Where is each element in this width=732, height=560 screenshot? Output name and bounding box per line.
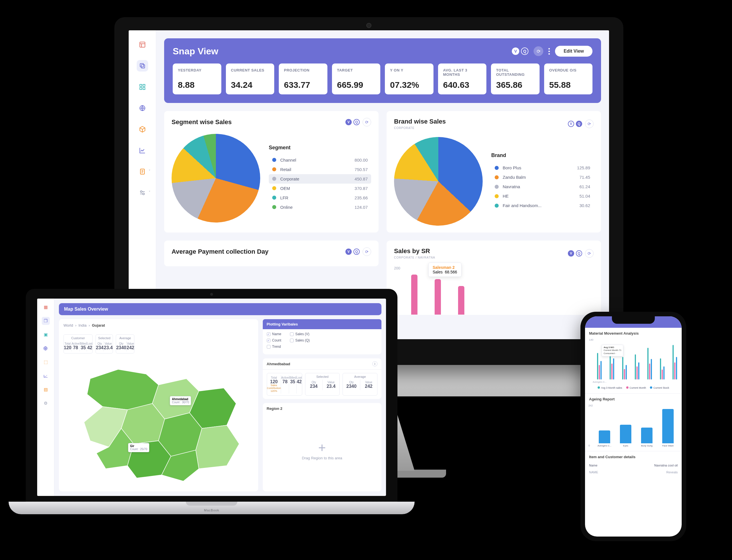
svg-rect-5 bbox=[140, 88, 142, 90]
refresh-icon[interactable]: ⟳ bbox=[363, 247, 371, 256]
refresh-icon[interactable]: ⟳ bbox=[585, 120, 594, 128]
legend-item: Current Month bbox=[626, 386, 646, 389]
card-subtitle: CORPORATE bbox=[394, 126, 565, 130]
checkbox-option[interactable]: Name bbox=[267, 332, 281, 336]
stat-group: CustomerTotal120Active78Billed35Lost42 bbox=[64, 334, 93, 354]
legend-item: Current Stock bbox=[650, 386, 669, 389]
legend-row[interactable]: Zandu Balm71.45 bbox=[491, 172, 594, 182]
document-icon[interactable]: ˅ bbox=[137, 166, 148, 177]
drop-zone[interactable]: + Drag Region to this area bbox=[267, 413, 377, 488]
legend-row[interactable]: Online124.07 bbox=[269, 202, 371, 212]
layout-icon[interactable] bbox=[137, 39, 148, 50]
map-pin-ahmedabad[interactable]: Ahmedabad Count : 30/70 bbox=[170, 396, 191, 405]
kpi-card[interactable]: TOTAL OUTSTANDING365.86 bbox=[491, 63, 539, 94]
bar-group bbox=[672, 345, 678, 380]
legend-dot-icon bbox=[495, 185, 499, 189]
svg-point-10 bbox=[143, 193, 144, 195]
globe-icon[interactable] bbox=[137, 102, 148, 114]
stat-group: Total120Sales Contribution120%Active78Bi… bbox=[267, 373, 302, 396]
sales-sr-card: Sales by SR CORPORATE / NAVRATNA VQ ⟳ 20… bbox=[386, 241, 601, 315]
legend-row[interactable]: LFR235.66 bbox=[269, 193, 371, 202]
svg-rect-2 bbox=[140, 63, 144, 67]
document-icon[interactable]: ▤ bbox=[42, 386, 50, 394]
macbook-base: MacBook bbox=[9, 502, 414, 514]
checkbox-option[interactable]: Sales (V) bbox=[290, 332, 310, 336]
kpi-card[interactable]: CURRENT SALES34.24 bbox=[226, 63, 275, 94]
box-icon[interactable] bbox=[137, 124, 148, 135]
kpi-card[interactable]: PROJECTION633.77 bbox=[279, 63, 328, 94]
y-tick: 200 bbox=[394, 266, 400, 270]
layout-icon[interactable]: ▦ bbox=[42, 303, 50, 311]
breadcrumb[interactable]: World › India › Gujarat bbox=[64, 323, 254, 327]
choropleth-map[interactable]: Ahmedabad Count : 30/70 Gir Count : 25/7… bbox=[64, 357, 254, 487]
macbook-device: ▦ ❐ ▣ 🌐︎ ⬚ 📈︎ ▤ ⚙ Map Sales Overview Wor… bbox=[26, 289, 397, 514]
kpi-card[interactable]: YESTERDAY8.88 bbox=[173, 63, 221, 94]
kpi-value: 8.88 bbox=[178, 80, 216, 90]
copy-icon[interactable] bbox=[137, 60, 148, 72]
legend-row[interactable]: Fair and Handsom...30.62 bbox=[491, 201, 594, 210]
vq-toggle[interactable]: VQ bbox=[568, 121, 582, 127]
bar-group bbox=[622, 357, 627, 380]
iphone-frame: Material Movement Analysis 140 Avg 3 MO … bbox=[580, 312, 686, 541]
kpi-card[interactable]: AVG. LAST 3 MONTHS640.63 bbox=[438, 63, 487, 94]
plotting-variables-panel: Plotting Varibales NameSales (V)CountSal… bbox=[263, 319, 381, 354]
copy-icon[interactable]: ❐ bbox=[42, 317, 50, 325]
iphone-screen: Material Movement Analysis 140 Avg 3 MO … bbox=[585, 316, 682, 537]
legend-row[interactable]: Corporate450.87 bbox=[269, 174, 371, 184]
refresh-icon[interactable]: ⟳ bbox=[585, 249, 594, 258]
stat-group: SelectedQty234Value23.4 bbox=[305, 373, 340, 396]
legend-row[interactable]: OEM370.87 bbox=[269, 184, 371, 193]
chart-line-icon[interactable]: 📈︎ bbox=[42, 372, 50, 380]
settings-icon[interactable]: ⚙ bbox=[42, 399, 50, 407]
bar: Eyes bbox=[618, 425, 634, 447]
apps-icon[interactable]: ▣ bbox=[42, 331, 50, 339]
vq-toggle[interactable]: VQ bbox=[512, 47, 528, 55]
refresh-icon[interactable]: ⟳ bbox=[533, 46, 543, 56]
svg-rect-4 bbox=[143, 84, 145, 86]
vq-toggle[interactable]: VQ bbox=[346, 249, 360, 255]
kpi-label: TOTAL OUTSTANDING bbox=[496, 68, 534, 77]
kpi-card[interactable]: Y ON Y07.32% bbox=[385, 63, 433, 94]
bar bbox=[434, 279, 441, 315]
svg-rect-1 bbox=[141, 65, 145, 68]
svg-rect-3 bbox=[140, 84, 142, 86]
legend-row[interactable]: Retail750.57 bbox=[269, 165, 371, 174]
kpi-card[interactable]: OVERDUE O/S55.88 bbox=[544, 63, 593, 94]
section-title: Material Movement Analysis bbox=[589, 331, 678, 335]
info-icon[interactable]: i bbox=[372, 361, 377, 366]
legend-row[interactable]: Boro Plus125.89 bbox=[491, 163, 594, 172]
vq-toggle[interactable]: VQ bbox=[568, 250, 582, 257]
legend-dot-icon bbox=[272, 186, 276, 190]
checkbox-option[interactable]: Trend bbox=[267, 345, 281, 349]
legend-dot-icon bbox=[495, 204, 499, 208]
refresh-icon[interactable]: ⟳ bbox=[363, 118, 371, 126]
legend-dot-icon bbox=[272, 205, 276, 209]
legend-row[interactable]: Navratna61.24 bbox=[491, 182, 594, 191]
map-pin-gir[interactable]: Gir Count : 25/70 bbox=[128, 443, 149, 452]
bar-group bbox=[635, 354, 640, 380]
box-icon[interactable]: ⬚ bbox=[42, 358, 50, 366]
legend-row[interactable]: Channel800.00 bbox=[269, 155, 371, 165]
ageing-chart: 0 242 Avengers C...EyesBody GurigFace Wa… bbox=[589, 404, 678, 447]
y-tick: 0 bbox=[588, 444, 590, 447]
legend-title: Segment bbox=[269, 145, 371, 151]
checkbox-option[interactable]: Sales (Q) bbox=[290, 338, 310, 342]
more-icon[interactable] bbox=[548, 48, 550, 55]
legend-title: Brand bbox=[491, 152, 594, 158]
settings-icon[interactable]: ˅ bbox=[137, 187, 148, 198]
kpi-value: 07.32% bbox=[390, 80, 428, 90]
apps-icon[interactable] bbox=[137, 81, 148, 93]
macbook-bezel: ▦ ❐ ▣ 🌐︎ ⬚ 📈︎ ▤ ⚙ Map Sales Overview Wor… bbox=[26, 289, 397, 502]
checkbox-option[interactable]: Count bbox=[267, 338, 281, 342]
edit-view-button[interactable]: Edit View bbox=[555, 46, 592, 57]
globe-icon[interactable]: 🌐︎ bbox=[42, 344, 50, 352]
kpi-card[interactable]: TARGET665.99 bbox=[332, 63, 380, 94]
kpi-value: 365.86 bbox=[496, 80, 534, 90]
legend-row[interactable]: HE51.04 bbox=[491, 191, 594, 201]
kpi-value: 633.77 bbox=[284, 80, 322, 90]
vq-toggle[interactable]: VQ bbox=[346, 119, 360, 125]
panel-title: Ahmedbabad bbox=[267, 362, 290, 366]
chart-line-icon[interactable] bbox=[137, 145, 148, 156]
stat-group: AverageQty2340Value242 bbox=[116, 334, 134, 354]
legend-dot-icon bbox=[272, 158, 276, 162]
